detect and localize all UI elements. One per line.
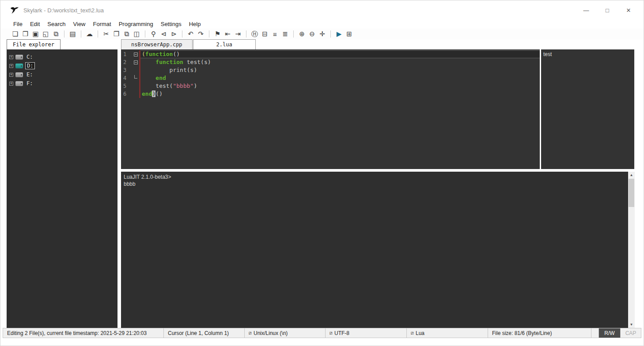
fold-margin[interactable] xyxy=(133,82,139,90)
eol-icon: ⧄ xyxy=(249,330,252,336)
expand-icon[interactable]: + xyxy=(9,82,13,86)
prev-bookmark-icon[interactable]: ⇤ xyxy=(223,29,233,39)
expand-icon[interactable]: + xyxy=(9,64,13,68)
find-next-icon[interactable]: ⊳ xyxy=(169,29,179,39)
run-script-icon[interactable]: ▶ xyxy=(334,29,344,39)
toolbar-separator xyxy=(293,30,294,38)
code-line[interactable]: 1−(function() xyxy=(121,50,540,58)
status-encoding[interactable]: ⧄ UTF-8 xyxy=(326,328,407,338)
save-as-icon[interactable]: ◱ xyxy=(41,29,51,39)
paste-icon[interactable]: ⧉ xyxy=(121,29,132,39)
search-icon[interactable]: ⚲ xyxy=(148,29,159,39)
save-all-icon[interactable]: ⧉ xyxy=(51,29,61,39)
code-text: end xyxy=(140,74,540,82)
copy-icon[interactable]: ❐ xyxy=(111,29,121,39)
code-editor[interactable]: 1−(function()2− function test(s)3 print(… xyxy=(121,49,540,169)
menu-item-format[interactable]: Format xyxy=(90,20,115,28)
status-bar: Editing 2 File(s), current file timestam… xyxy=(3,328,641,338)
hex-view-icon[interactable]: Ⓗ xyxy=(250,29,260,39)
drive-label: D: xyxy=(25,62,35,69)
tab-nsbrowserapp-cpp[interactable]: nsBrowserApp.cpp xyxy=(121,39,193,49)
code-token-kw: function xyxy=(155,59,183,65)
drive-label: E: xyxy=(25,71,34,78)
console-output: LuaJIT 2.1.0-beta3>bbbb xyxy=(124,173,625,188)
save-icon[interactable]: ▣ xyxy=(30,29,41,39)
fold-margin[interactable] xyxy=(133,66,139,74)
menu-item-edit[interactable]: Edit xyxy=(27,20,44,28)
zoom-in-icon[interactable]: ⊕ xyxy=(297,29,307,39)
scroll-down-icon[interactable]: ▼ xyxy=(628,321,635,328)
expand-icon[interactable]: + xyxy=(9,55,13,59)
wrap-lines-icon[interactable]: ≡ xyxy=(270,29,280,39)
fold-margin[interactable] xyxy=(133,74,139,82)
status-readwrite-toggle[interactable]: R/W xyxy=(599,328,621,338)
code-line[interactable]: 5 test("bbbb") xyxy=(121,82,540,90)
drive-icon xyxy=(15,55,23,60)
app-window: Skylark - D:\works\txt_text\2.lua — □ ✕ … xyxy=(0,0,644,346)
line-number: 1 xyxy=(121,50,133,58)
code-line[interactable]: 4 end xyxy=(121,74,540,82)
next-bookmark-icon[interactable]: ⇥ xyxy=(233,29,243,39)
tree-item-drive-f[interactable]: +F: xyxy=(9,79,117,88)
menu-bar: FileEditSearchViewFormatProgrammingSetti… xyxy=(0,19,644,29)
code-line[interactable]: 3 print(s) xyxy=(121,66,540,74)
find-prev-icon[interactable]: ⊲ xyxy=(159,29,169,39)
close-button[interactable]: ✕ xyxy=(625,7,632,14)
console-panel[interactable]: LuaJIT 2.1.0-beta3>bbbb xyxy=(121,172,628,328)
tab-2-lua[interactable]: 2.lua xyxy=(193,39,256,49)
open-file-icon[interactable]: ❒ xyxy=(20,29,30,39)
new-file-icon[interactable]: ❏ xyxy=(10,29,20,39)
tree-item-drive-d[interactable]: +D: xyxy=(9,61,117,70)
clipboard-icon[interactable]: ◫ xyxy=(132,29,142,39)
fold-collapse-icon[interactable]: − xyxy=(134,60,138,64)
redo-icon[interactable]: ↷ xyxy=(196,29,206,39)
fold-margin[interactable] xyxy=(133,90,139,98)
editor-lines: 1−(function()2− function test(s)3 print(… xyxy=(121,50,540,98)
status-file-size: File size: 81/6 (Byte/Line) xyxy=(488,328,591,338)
tree-item-drive-c[interactable]: +C: xyxy=(9,53,117,61)
fullscreen-icon[interactable]: ✛ xyxy=(317,29,327,39)
remote-cloud-icon[interactable]: ☁ xyxy=(84,29,95,39)
minimize-button[interactable]: — xyxy=(583,7,590,14)
toolbar: ❏❒▣◱⧉▤☁✂❐⧉◫⚲⊲⊳↶↷⚑⇤⇥Ⓗ⊟≡≣⊕⊖✛▶⊞ xyxy=(0,29,644,39)
fold-margin[interactable]: − xyxy=(133,50,139,58)
code-line[interactable]: 6end)() xyxy=(121,90,540,98)
menu-item-help[interactable]: Help xyxy=(186,20,205,28)
file-tree: +C:+D:+E:+F: xyxy=(7,49,117,88)
fold-margin[interactable]: − xyxy=(133,58,139,66)
tree-item-drive-e[interactable]: +E: xyxy=(9,70,117,79)
code-text: test("bbbb") xyxy=(140,82,540,90)
code-line[interactable]: 2− function test(s) xyxy=(121,58,540,66)
run-terminal-icon[interactable]: ⊞ xyxy=(344,29,354,39)
scroll-up-icon[interactable]: ▲ xyxy=(628,172,635,178)
menu-item-file[interactable]: File xyxy=(10,20,27,28)
tab-file-explorer[interactable]: File explorer xyxy=(7,39,61,49)
menu-item-settings[interactable]: Settings xyxy=(157,20,186,28)
cut-icon[interactable]: ✂ xyxy=(101,29,111,39)
console-scrollbar[interactable]: ▲ ▼ xyxy=(628,172,635,328)
status-language[interactable]: ⧄ Lua xyxy=(407,328,488,338)
scrollbar-thumb[interactable] xyxy=(629,179,634,207)
line-number: 5 xyxy=(121,82,133,90)
toolbar-separator xyxy=(182,30,182,38)
code-token-kw: function xyxy=(145,51,173,57)
print-preview-icon[interactable]: ⊟ xyxy=(260,29,270,39)
toolbar-separator xyxy=(246,30,246,38)
menu-item-search[interactable]: Search xyxy=(44,20,69,28)
bookmark-icon[interactable]: ⚑ xyxy=(212,29,223,39)
fold-collapse-icon[interactable]: − xyxy=(134,53,138,56)
status-eol-mode[interactable]: ⧄ Unix/Linux (\n) xyxy=(245,328,326,338)
maximize-button[interactable]: □ xyxy=(604,7,611,14)
expand-icon[interactable]: + xyxy=(9,73,13,77)
menu-item-view[interactable]: View xyxy=(70,20,90,28)
zoom-out-icon[interactable]: ⊖ xyxy=(307,29,317,39)
menu-item-programming[interactable]: Programming xyxy=(115,20,157,28)
symbol-item[interactable]: test xyxy=(541,50,634,58)
print-icon[interactable]: ▤ xyxy=(68,29,78,39)
status-capslock-indicator: CAP xyxy=(621,328,641,338)
undo-icon[interactable]: ↶ xyxy=(186,29,196,39)
console-line: bbbb xyxy=(124,181,625,188)
file-info-icon[interactable]: ≣ xyxy=(280,29,290,39)
code-token-plain: test( xyxy=(142,83,173,89)
code-token-plain: ) xyxy=(193,83,197,89)
